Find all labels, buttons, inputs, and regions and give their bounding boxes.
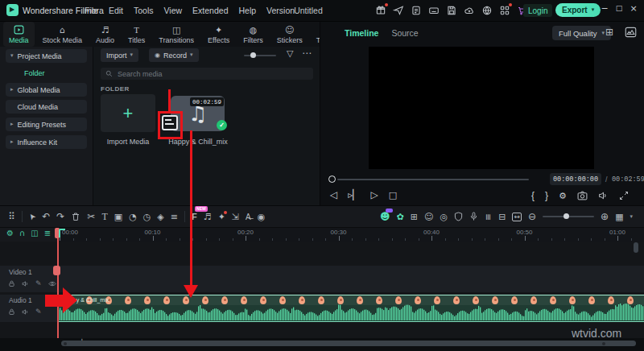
tab-effects[interactable]: ✦ Effects <box>202 23 235 47</box>
chevron-down-icon[interactable]: ▾ <box>630 214 634 220</box>
zoom-to-fit-icon[interactable]: ↔ <box>512 213 522 221</box>
tab-stock-media[interactable]: ⌂ Stock Media <box>37 23 89 47</box>
mixer-icon[interactable]: ≡ <box>484 213 493 220</box>
shortcut-keyboard-icon[interactable] <box>428 5 440 16</box>
video-preview[interactable] <box>369 47 594 169</box>
sidebar-item-editing-presets[interactable]: ▸ Editing Presets <box>6 118 87 131</box>
toolbox-grid-icon[interactable]: ⠿ <box>8 212 15 221</box>
zoom-in-icon[interactable]: ⊕ <box>601 212 609 221</box>
playback-settings-icon[interactable]: ⚙ <box>559 192 567 200</box>
apps-grid-icon[interactable] <box>499 5 510 16</box>
mark-out-icon[interactable]: } <box>545 190 548 201</box>
track-edit-icon[interactable]: ✎ <box>35 308 42 316</box>
quality-dropdown[interactable]: Full Quality ▾ <box>552 26 611 40</box>
record-button[interactable]: ◉ Record▾ <box>149 48 199 62</box>
lock-track-icon[interactable] <box>8 308 15 316</box>
ai-assistant-icon[interactable]: ☻ <box>380 212 390 221</box>
export-frame-icon[interactable]: ⇲ <box>232 213 239 221</box>
tab-timeline[interactable]: Timeline <box>345 28 378 38</box>
hide-track-icon[interactable] <box>48 280 56 287</box>
render-preview-icon[interactable] <box>625 27 637 38</box>
split-view-icon[interactable]: ⊞ <box>605 27 613 37</box>
seek-bar[interactable] <box>337 179 529 180</box>
color-wheel-icon[interactable]: ◉ <box>258 213 266 221</box>
menu-edit[interactable]: Edit <box>109 6 123 15</box>
audio-clip[interactable]: Happy & Chill_mix <box>58 295 644 322</box>
search-input[interactable]: Search media <box>101 68 313 80</box>
delete-icon[interactable] <box>71 212 80 221</box>
stop-icon[interactable]: □ <box>389 191 397 200</box>
account-icon[interactable] <box>481 5 493 16</box>
mute-track-icon[interactable] <box>22 308 29 316</box>
link-clips-icon[interactable]: ◫ <box>31 229 38 237</box>
export-button[interactable]: Export ▾ <box>555 3 601 17</box>
menu-extended[interactable]: Extended <box>192 6 228 15</box>
fullscreen-icon[interactable] <box>619 191 629 200</box>
previous-frame-icon[interactable]: ◁ <box>330 190 337 200</box>
ai-magic-wand-icon[interactable]: ✦ <box>218 213 225 221</box>
record-action-icon[interactable]: ◎ <box>440 213 448 221</box>
playhead-grip[interactable] <box>53 266 60 275</box>
crop-icon[interactable]: ▣ <box>114 213 122 221</box>
magnet-snap-icon[interactable]: ∩ <box>19 229 25 237</box>
sidebar-item-global-media[interactable]: ▸ Global Media <box>6 83 87 97</box>
video-track[interactable] <box>0 266 644 292</box>
current-timecode[interactable]: 00:00:00:00 <box>550 173 601 185</box>
play-icon[interactable]: ▷ <box>371 190 378 200</box>
timeline-ruler[interactable]: 00:0000:1000:2000:3000:4000:5001:00 <box>58 228 644 242</box>
freeze-frame-icon[interactable]: F NEW <box>192 212 197 221</box>
more-options-icon[interactable]: ⋯ <box>302 48 312 58</box>
undo-icon[interactable]: ↶ <box>42 212 50 221</box>
menu-view[interactable]: View <box>164 6 183 15</box>
close-button[interactable]: × <box>626 4 641 13</box>
zoom-out-icon[interactable]: ⊖ <box>528 212 536 221</box>
import-media-tile[interactable]: + <box>101 94 155 132</box>
sidebar-item-cloud-media[interactable]: ▸ Cloud Media <box>6 100 87 114</box>
save-icon[interactable] <box>446 5 457 16</box>
sidebar-item-influence-kit[interactable]: ▸ Influence Kit <box>6 135 87 149</box>
menu-help[interactable]: Help <box>238 6 256 15</box>
select-tool-icon[interactable]: ➤ <box>27 212 37 222</box>
minimize-button[interactable]: − <box>597 4 612 13</box>
tab-transitions[interactable]: ◫ Transitions <box>153 23 200 47</box>
redo-icon[interactable]: ↷ <box>56 212 64 221</box>
beat-detection-icon[interactable]: ♬ <box>204 213 212 221</box>
plugin-icon[interactable]: ✿ <box>397 213 404 221</box>
vertical-scrollbar[interactable] <box>634 242 638 253</box>
playhead-line[interactable] <box>57 228 59 338</box>
login-button[interactable]: Login <box>523 4 552 17</box>
shield-icon[interactable] <box>454 212 463 221</box>
tab-audio[interactable]: ♬ Audio <box>90 23 120 47</box>
sidebar-item-project-media[interactable]: ▾ Project Media <box>6 49 87 63</box>
asset-box-icon[interactable]: ⊞ <box>411 213 418 221</box>
tab-titles[interactable]: T Titles <box>122 22 151 47</box>
mute-track-icon[interactable] <box>22 280 29 287</box>
track-layout-icon[interactable]: ▦ <box>615 213 623 221</box>
menu-file[interactable]: File <box>85 6 98 15</box>
auto-caption-icon[interactable]: A̶ <box>246 213 251 221</box>
thumbnail-size-slider[interactable] <box>244 55 276 56</box>
next-frame-icon[interactable]: ▹▏ <box>348 190 360 200</box>
gift-icon[interactable] <box>375 5 386 16</box>
filter-funnel-icon[interactable]: ▽ <box>287 49 293 58</box>
voiceover-mic-icon[interactable] <box>469 212 478 221</box>
tab-source[interactable]: Source <box>391 28 418 38</box>
share-icon[interactable] <box>393 5 404 16</box>
volume-icon[interactable] <box>598 191 609 200</box>
lock-track-icon[interactable] <box>8 280 15 287</box>
duration-icon[interactable]: ◷ <box>143 213 151 221</box>
timeline-zoom-slider[interactable] <box>543 216 594 217</box>
snapshot-icon[interactable] <box>577 191 588 200</box>
horizontal-scrollbar[interactable] <box>61 341 636 346</box>
tab-stickers[interactable]: ☺ Stickers <box>271 23 308 47</box>
track-settings-gear-icon[interactable]: ⚙ <box>6 229 14 237</box>
avatar-icon[interactable]: ☺ <box>424 213 433 221</box>
slider-handle[interactable] <box>250 52 256 58</box>
mark-in-icon[interactable]: { <box>531 190 535 201</box>
add-text-icon[interactable]: T <box>101 211 107 223</box>
notes-icon[interactable] <box>411 5 422 16</box>
sidebar-item-folder[interactable]: Folder <box>24 69 45 77</box>
maximize-button[interactable]: □ <box>612 5 626 12</box>
speed-icon[interactable]: ◔ <box>129 213 137 221</box>
adjust-icon[interactable]: ≡ <box>171 213 178 221</box>
